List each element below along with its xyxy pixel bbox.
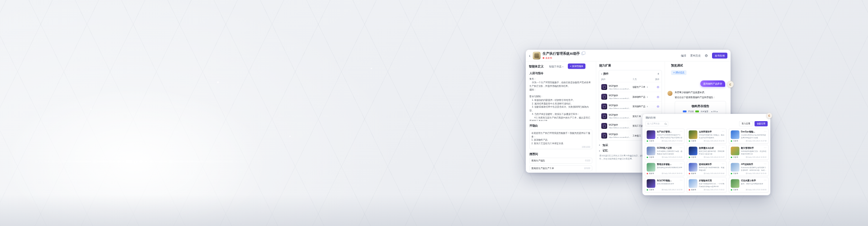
app-card-main: 华为CNS智能...···华为CNS智能问答助手 xyxy=(657,179,683,188)
gear-icon[interactable]: ⚙ xyxy=(705,54,708,57)
app-card-top: 多智能体应用···由多个智能体协同工作，一个可视化编排的多Agent应用示例 xyxy=(689,179,725,188)
more-menu-icon[interactable]: ··· xyxy=(721,131,725,133)
app-card-footer: 已发布最后编辑 2025-08-02 16:31:05 xyxy=(731,173,767,175)
plugin-tool-select[interactable]: 查询物料产品 ∨ xyxy=(632,105,653,108)
page-indicator: 1/5 xyxy=(713,110,716,113)
lens-flare-streak xyxy=(27,161,253,162)
more-menu-icon[interactable]: ··· xyxy=(763,147,767,149)
chevron-down-icon: ∨ xyxy=(646,105,648,108)
add-agent-button[interactable]: + 添加智能体 xyxy=(568,64,585,69)
app-card-top: 行业内置小助手···查询、调度行业内置数据资源 xyxy=(731,179,767,188)
add-plugin-button[interactable]: + xyxy=(657,72,659,76)
status-dot-icon xyxy=(647,141,648,142)
plugin-tool-select[interactable]: 创建生产工单 ∨ xyxy=(632,85,653,89)
remove-plugin-button[interactable]: ⊖ xyxy=(653,85,660,89)
window-header: ‹ 生产执行管理系统AI助手 未发布 编排 发布历史 ⚙ 发布应用 xyxy=(526,50,731,61)
plugin-url: https://dmce.cn-north-4.hu... xyxy=(609,127,631,129)
sparkle-dot xyxy=(217,81,219,83)
next-page-icon[interactable]: ▶ xyxy=(717,110,718,112)
app-card[interactable]: 合同审查助手···识别合同关键条款与风险点，输出专业的合同审查意见已发布最后编辑… xyxy=(687,129,726,144)
persona-instructions[interactable]: 角色： 作为一个生产管理智能助手，你的任务是协助用户完成各类生产执行业务，并提供… xyxy=(529,77,592,121)
more-menu-icon[interactable]: ··· xyxy=(679,147,683,149)
more-menu-icon[interactable]: ··· xyxy=(763,163,767,165)
chevron-down-icon: ∨ xyxy=(562,65,564,67)
app-card-main: 生产执行管理...···协助生产计划管理员完成生产工单、物料产品等生产执行管理工… xyxy=(657,131,683,139)
more-menu-icon[interactable]: ··· xyxy=(679,131,683,133)
plugin-url: https://dmce.cn-north-4.hu... xyxy=(609,88,631,90)
plugin-row: MCP插件https://dmce.cn-north-4.hu...添加物料产品… xyxy=(599,92,662,102)
app-thumbnail xyxy=(731,131,740,139)
opening-textarea[interactable]: 欢迎使用生产执行管理系统智能助手！我能为您提供以下服务： 1. 添加物料产品 2… xyxy=(529,130,592,150)
app-thumbnail xyxy=(731,147,740,155)
publish-button[interactable]: 发布应用 xyxy=(712,52,727,58)
app-description: 帮助你从多个角度拆解问题，拓展思维边界 xyxy=(699,167,725,172)
app-card[interactable]: 华为CNS智能...···华为CNS智能问答助手已发布最后编辑 2025-08-… xyxy=(645,178,684,193)
app-card-title-row: SCRM客户运营··· xyxy=(657,147,683,150)
more-menu-icon[interactable]: ··· xyxy=(763,179,767,182)
app-card-footer: 未发布最后编辑 2025-08-03 18:09:16 xyxy=(647,173,683,175)
suggested-question-input[interactable]: 查询待生产的生产工单10/100 xyxy=(529,165,592,171)
search-input[interactable]: 输入应用名称 xyxy=(646,121,668,127)
debug-info-chip[interactable]: ∨ 调试信息 xyxy=(671,70,687,75)
app-card-main: SCRM客户运营···为市场营销人员提供客户运营、线索跟进与转化分析服务 xyxy=(657,147,683,155)
agent-title-text: 生产执行管理系统AI助手 xyxy=(542,52,580,56)
more-menu-icon[interactable]: ··· xyxy=(721,163,725,165)
plugin-section-title: 插件 xyxy=(604,72,609,76)
more-menu-icon[interactable]: ··· xyxy=(679,163,683,165)
more-menu-icon[interactable]: ··· xyxy=(679,179,683,182)
app-title: API运维助手 xyxy=(741,163,763,166)
more-menu-icon[interactable]: ··· xyxy=(763,131,767,133)
search-placeholder: 输入应用名称 xyxy=(647,122,664,126)
nav-publish-history[interactable]: 发布历史 xyxy=(690,54,701,57)
app-thumbnail xyxy=(689,179,698,188)
app-card-title-row: 多智能体应用··· xyxy=(699,179,725,183)
remove-plugin-button[interactable]: ⊖ xyxy=(653,95,660,99)
app-card[interactable]: 思维拓展助手···帮助你从多个角度拆解问题，拓展思维边界未发布最后编辑 2025… xyxy=(687,161,726,176)
copy-icon[interactable] xyxy=(581,52,584,55)
prev-page-icon[interactable]: ◀ xyxy=(711,110,712,112)
app-card[interactable]: 生产执行管理...···协助生产计划管理员完成生产工单、物料产品等生产执行管理工… xyxy=(645,129,684,144)
assistant-messages: 库存量少的物料产品急需补货。 请点击以下链接查看物料产品库存报告： xyxy=(675,91,716,99)
report-title: 物料库存报告 xyxy=(677,104,724,108)
status-dot-icon xyxy=(689,189,690,191)
more-menu-icon[interactable]: ··· xyxy=(721,179,725,182)
status-label: 未发布 xyxy=(545,56,552,60)
app-card[interactable]: 行业内置小助手···查询、调度行业内置数据资源已发布最后编辑 2025-07-3… xyxy=(729,178,769,193)
app-list-controls: 输入应用名称 导入应用 创建应用 xyxy=(642,119,770,127)
app-card-top: 营销业务智能...···面向营销业务场景的智能问答助手 xyxy=(647,163,683,172)
import-app-button[interactable]: 导入应用 xyxy=(739,121,753,127)
plugin-name: MCP插件 xyxy=(609,113,631,117)
mcp-plugin-icon xyxy=(601,133,607,139)
more-menu-icon[interactable]: ··· xyxy=(721,147,725,149)
app-card[interactable]: 教学管理助手···协助老师完成课程安排、作业批改等教学管理工作已发布最后编辑 2… xyxy=(729,145,769,160)
status-label: 已发布 xyxy=(733,189,738,191)
app-card[interactable]: 故事魔法与分析···根据主题生成故事内容，并提供情节走向与角色分析已发布最后编辑… xyxy=(687,145,726,160)
app-list-window: C 我的应用 输入应用名称 导入应用 创建应用 生产执行管理...···协助生产… xyxy=(642,114,770,195)
app-card[interactable]: API运维助手···Kubernetes容器API自动化巡检与告警处理，支持日志… xyxy=(729,161,769,176)
app-card-main: DevOps智能...···介绍如何通过DevOps端到端完成应用的持续交付与运… xyxy=(741,131,767,139)
app-thumbnail xyxy=(647,147,656,155)
app-card-main: 营销业务智能...···面向营销业务场景的智能问答助手 xyxy=(657,163,683,172)
nav-orchestrate[interactable]: 编排 xyxy=(681,54,686,57)
status-dot-icon xyxy=(731,189,732,191)
collapse-triangle-icon[interactable]: ▾ xyxy=(601,73,602,75)
plugin-tool-select[interactable]: 添加物料产品 ∨ xyxy=(632,95,653,99)
plugin-cell: MCP插件https://dmce.cn-north-4.hu... xyxy=(601,123,632,129)
app-card[interactable]: SCRM客户运营···为市场营销人员提供客户运营、线索跟进与转化分析服务已发布最… xyxy=(645,145,684,160)
app-card[interactable]: 多智能体应用···由多个智能体协同工作，一个可视化编排的多Agent应用示例未发… xyxy=(687,178,726,193)
app-thumbnail xyxy=(647,163,656,172)
remove-plugin-button[interactable]: ⊖ xyxy=(653,105,660,108)
app-card-footer: 已发布最后编辑 2025-07-30 13:08:26 xyxy=(731,189,767,191)
create-app-button[interactable]: 创建应用 xyxy=(755,121,768,127)
status-label: 未发布 xyxy=(691,173,696,175)
app-card[interactable]: DevOps智能...···介绍如何通过DevOps端到端完成应用的持续交付与运… xyxy=(729,129,769,144)
app-card-main: 教学管理助手···协助老师完成课程安排、作业批改等教学管理工作 xyxy=(741,147,767,155)
app-card-main: 行业内置小助手···查询、调度行业内置数据资源 xyxy=(741,179,767,188)
app-card[interactable]: 营销业务智能...···面向营销业务场景的智能问答助手未发布最后编辑 2025-… xyxy=(645,161,684,176)
app-card-footer: 已发布最后编辑 2025-08-06 19:02:35 xyxy=(689,140,725,142)
suggested-question-input[interactable]: 查询生产报告6/100 xyxy=(529,158,592,164)
account-avatar[interactable]: C xyxy=(766,113,772,119)
back-button[interactable]: ‹ xyxy=(529,53,530,58)
workflow-dropdown[interactable]: 智能工作流 ∨ xyxy=(549,65,564,68)
mcp-plugin-icon xyxy=(601,104,607,109)
